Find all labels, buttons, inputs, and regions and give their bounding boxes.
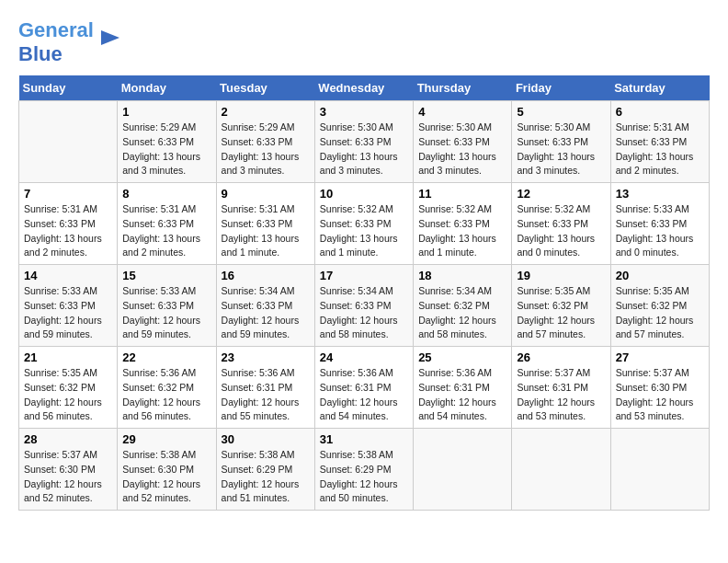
calendar-cell: 22Sunrise: 5:36 AM Sunset: 6:32 PM Dayli… — [118, 347, 216, 429]
day-number: 18 — [418, 269, 506, 282]
day-info: Sunrise: 5:36 AM Sunset: 6:31 PM Dayligh… — [320, 366, 408, 424]
column-header-friday: Friday — [512, 75, 610, 101]
column-header-tuesday: Tuesday — [216, 75, 314, 101]
day-number: 31 — [320, 432, 408, 446]
day-number: 15 — [122, 269, 210, 282]
day-number: 26 — [517, 350, 605, 364]
svg-marker-0 — [101, 30, 119, 45]
calendar-cell: 3Sunrise: 5:30 AM Sunset: 6:33 PM Daylig… — [314, 101, 413, 183]
day-info: Sunrise: 5:33 AM Sunset: 6:33 PM Dayligh… — [122, 284, 210, 342]
calendar-cell: 5Sunrise: 5:30 AM Sunset: 6:33 PM Daylig… — [512, 101, 610, 183]
day-number: 24 — [320, 350, 408, 364]
column-header-saturday: Saturday — [610, 75, 709, 101]
page-header: General Blue — [18, 18, 710, 66]
calendar-cell: 28Sunrise: 5:37 AM Sunset: 6:30 PM Dayli… — [19, 429, 118, 511]
calendar-cell — [414, 429, 512, 511]
day-info: Sunrise: 5:38 AM Sunset: 6:29 PM Dayligh… — [222, 448, 310, 506]
day-info: Sunrise: 5:33 AM Sunset: 6:33 PM Dayligh… — [616, 202, 704, 260]
day-number: 4 — [418, 105, 506, 119]
calendar-cell: 24Sunrise: 5:36 AM Sunset: 6:31 PM Dayli… — [314, 347, 413, 429]
day-number: 16 — [222, 269, 310, 282]
day-number: 23 — [222, 350, 310, 364]
day-number: 6 — [616, 105, 704, 119]
day-number: 10 — [320, 187, 408, 201]
calendar-cell: 6Sunrise: 5:31 AM Sunset: 6:33 PM Daylig… — [610, 101, 709, 183]
calendar-table: SundayMondayTuesdayWednesdayThursdayFrid… — [18, 75, 710, 511]
calendar-cell: 15Sunrise: 5:33 AM Sunset: 6:33 PM Dayli… — [118, 265, 216, 347]
calendar-cell: 16Sunrise: 5:34 AM Sunset: 6:33 PM Dayli… — [216, 265, 314, 347]
day-number: 1 — [122, 105, 210, 119]
day-info: Sunrise: 5:31 AM Sunset: 6:33 PM Dayligh… — [122, 202, 210, 260]
day-number: 12 — [517, 187, 605, 201]
day-info: Sunrise: 5:35 AM Sunset: 6:32 PM Dayligh… — [24, 366, 112, 424]
day-info: Sunrise: 5:29 AM Sunset: 6:33 PM Dayligh… — [122, 121, 210, 178]
day-info: Sunrise: 5:36 AM Sunset: 6:31 PM Dayligh… — [222, 366, 310, 424]
calendar-cell: 25Sunrise: 5:36 AM Sunset: 6:31 PM Dayli… — [414, 347, 512, 429]
day-number: 7 — [24, 187, 112, 201]
day-number: 17 — [320, 269, 408, 282]
calendar-cell: 20Sunrise: 5:35 AM Sunset: 6:32 PM Dayli… — [610, 265, 709, 347]
calendar-cell: 23Sunrise: 5:36 AM Sunset: 6:31 PM Dayli… — [216, 347, 314, 429]
day-info: Sunrise: 5:32 AM Sunset: 6:33 PM Dayligh… — [418, 202, 506, 260]
calendar-cell: 2Sunrise: 5:29 AM Sunset: 6:33 PM Daylig… — [216, 101, 314, 183]
calendar-cell: 10Sunrise: 5:32 AM Sunset: 6:33 PM Dayli… — [314, 183, 413, 265]
day-info: Sunrise: 5:30 AM Sunset: 6:33 PM Dayligh… — [320, 121, 408, 178]
calendar-week-row: 7Sunrise: 5:31 AM Sunset: 6:33 PM Daylig… — [19, 183, 710, 265]
calendar-cell: 7Sunrise: 5:31 AM Sunset: 6:33 PM Daylig… — [19, 183, 118, 265]
calendar-week-row: 28Sunrise: 5:37 AM Sunset: 6:30 PM Dayli… — [19, 429, 710, 511]
day-info: Sunrise: 5:37 AM Sunset: 6:31 PM Dayligh… — [517, 366, 605, 424]
day-number: 9 — [222, 187, 310, 201]
day-info: Sunrise: 5:34 AM Sunset: 6:33 PM Dayligh… — [222, 284, 310, 342]
day-number: 5 — [517, 105, 605, 119]
calendar-cell: 8Sunrise: 5:31 AM Sunset: 6:33 PM Daylig… — [118, 183, 216, 265]
day-number: 21 — [24, 350, 112, 364]
logo: General Blue — [18, 18, 123, 66]
day-number: 25 — [418, 350, 506, 364]
day-number: 20 — [616, 269, 704, 282]
column-header-thursday: Thursday — [414, 75, 512, 101]
calendar-cell: 11Sunrise: 5:32 AM Sunset: 6:33 PM Dayli… — [414, 183, 512, 265]
day-number: 29 — [122, 432, 210, 446]
day-number: 13 — [616, 187, 704, 201]
column-header-sunday: Sunday — [19, 75, 118, 101]
calendar-cell: 29Sunrise: 5:38 AM Sunset: 6:30 PM Dayli… — [118, 429, 216, 511]
day-info: Sunrise: 5:32 AM Sunset: 6:33 PM Dayligh… — [517, 202, 605, 260]
day-info: Sunrise: 5:35 AM Sunset: 6:32 PM Dayligh… — [517, 284, 605, 342]
day-number: 28 — [24, 432, 112, 446]
calendar-cell: 17Sunrise: 5:34 AM Sunset: 6:33 PM Dayli… — [314, 265, 413, 347]
calendar-cell: 30Sunrise: 5:38 AM Sunset: 6:29 PM Dayli… — [216, 429, 314, 511]
calendar-week-row: 14Sunrise: 5:33 AM Sunset: 6:33 PM Dayli… — [19, 265, 710, 347]
calendar-cell: 27Sunrise: 5:37 AM Sunset: 6:30 PM Dayli… — [610, 347, 709, 429]
day-info: Sunrise: 5:35 AM Sunset: 6:32 PM Dayligh… — [616, 284, 704, 342]
calendar-cell: 12Sunrise: 5:32 AM Sunset: 6:33 PM Dayli… — [512, 183, 610, 265]
logo-arrow-icon — [97, 25, 123, 51]
day-info: Sunrise: 5:31 AM Sunset: 6:33 PM Dayligh… — [24, 202, 112, 260]
day-number: 3 — [320, 105, 408, 119]
calendar-cell: 19Sunrise: 5:35 AM Sunset: 6:32 PM Dayli… — [512, 265, 610, 347]
logo-text: General Blue — [18, 18, 94, 66]
day-info: Sunrise: 5:29 AM Sunset: 6:33 PM Dayligh… — [222, 121, 310, 178]
day-number: 11 — [418, 187, 506, 201]
calendar-week-row: 21Sunrise: 5:35 AM Sunset: 6:32 PM Dayli… — [19, 347, 710, 429]
calendar-week-row: 1Sunrise: 5:29 AM Sunset: 6:33 PM Daylig… — [19, 101, 710, 183]
calendar-cell: 1Sunrise: 5:29 AM Sunset: 6:33 PM Daylig… — [118, 101, 216, 183]
day-info: Sunrise: 5:36 AM Sunset: 6:32 PM Dayligh… — [122, 366, 210, 424]
day-number: 22 — [122, 350, 210, 364]
day-info: Sunrise: 5:34 AM Sunset: 6:33 PM Dayligh… — [320, 284, 408, 342]
calendar-cell: 13Sunrise: 5:33 AM Sunset: 6:33 PM Dayli… — [610, 183, 709, 265]
day-info: Sunrise: 5:32 AM Sunset: 6:33 PM Dayligh… — [320, 202, 408, 260]
column-header-wednesday: Wednesday — [314, 75, 413, 101]
day-info: Sunrise: 5:34 AM Sunset: 6:32 PM Dayligh… — [418, 284, 506, 342]
day-number: 2 — [222, 105, 310, 119]
logo-blue: Blue — [18, 42, 63, 65]
calendar-cell: 18Sunrise: 5:34 AM Sunset: 6:32 PM Dayli… — [414, 265, 512, 347]
day-info: Sunrise: 5:37 AM Sunset: 6:30 PM Dayligh… — [616, 366, 704, 424]
calendar-cell — [610, 429, 709, 511]
day-number: 8 — [122, 187, 210, 201]
calendar-header-row: SundayMondayTuesdayWednesdayThursdayFrid… — [19, 75, 710, 101]
day-info: Sunrise: 5:36 AM Sunset: 6:31 PM Dayligh… — [418, 366, 506, 424]
calendar-cell — [512, 429, 610, 511]
day-info: Sunrise: 5:38 AM Sunset: 6:29 PM Dayligh… — [320, 448, 408, 506]
day-info: Sunrise: 5:30 AM Sunset: 6:33 PM Dayligh… — [418, 121, 506, 178]
calendar-cell: 9Sunrise: 5:31 AM Sunset: 6:33 PM Daylig… — [216, 183, 314, 265]
